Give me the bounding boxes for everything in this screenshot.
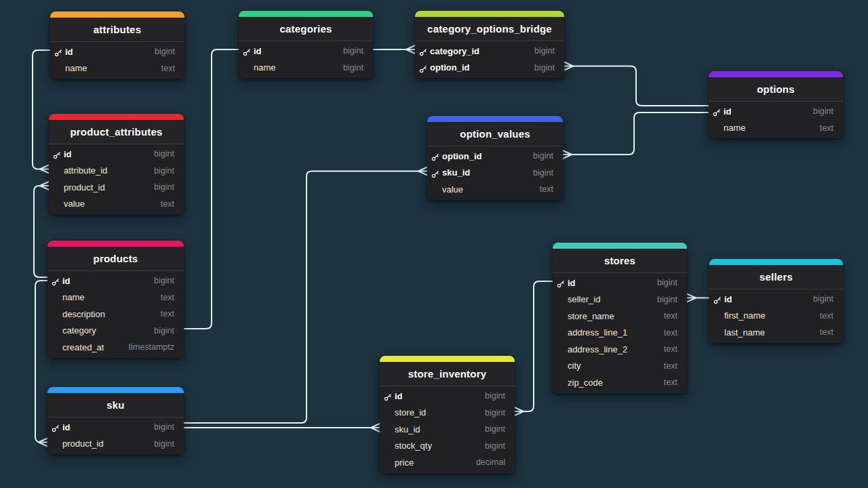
field-name: price: [395, 458, 414, 468]
relationship-line[interactable]: [564, 66, 709, 106]
field-row[interactable]: idbigint: [709, 103, 843, 120]
field-row[interactable]: idbigint: [709, 291, 843, 308]
field-row[interactable]: pricedecimal: [380, 454, 515, 471]
field-row[interactable]: nametext: [50, 60, 184, 77]
table-stores[interactable]: storesidbigintseller_idbigintstore_namet…: [553, 243, 687, 393]
table-accent-bar: [47, 241, 184, 247]
field-row[interactable]: idbigint: [47, 272, 184, 289]
field-row[interactable]: descriptiontext: [47, 306, 184, 323]
field-type: bigint: [525, 63, 555, 73]
field-name: id: [724, 106, 732, 117]
table-attributes[interactable]: attributesidbigintnametext: [50, 12, 184, 79]
field-row[interactable]: categorybigint: [47, 323, 184, 340]
field-name: address_line_1: [568, 327, 627, 338]
relationship-line[interactable]: [515, 281, 553, 411]
field-name: name: [254, 62, 276, 73]
field-name: product_id: [64, 182, 105, 192]
field-name: seller_id: [568, 294, 600, 304]
table-option_values[interactable]: option_valuesoption_idbigintsku_idbigint…: [427, 116, 563, 200]
field-name: value: [64, 199, 85, 209]
table-title: stores: [604, 255, 635, 266]
field-row[interactable]: idbigint: [239, 43, 373, 60]
field-row[interactable]: stock_qtybigint: [380, 438, 515, 455]
field-type: bigint: [144, 326, 174, 336]
field-row[interactable]: attribute_idbigint: [49, 163, 184, 180]
field-name: stock_qty: [395, 441, 432, 451]
field-name: id: [65, 47, 73, 57]
field-row[interactable]: idbigint: [50, 43, 184, 60]
field-row[interactable]: store_nametext: [553, 308, 687, 325]
field-name: id: [254, 46, 262, 56]
field-row[interactable]: idbigint: [47, 419, 184, 436]
field-row[interactable]: nametext: [47, 289, 184, 306]
field-row[interactable]: store_idbigint: [380, 405, 515, 422]
field-name: attribute_id: [64, 165, 107, 176]
table-options[interactable]: optionsidbigintnametext: [709, 71, 843, 138]
table-header: stores: [553, 249, 687, 273]
primary-key-icon: [431, 169, 439, 177]
field-row[interactable]: citytext: [553, 358, 687, 375]
table-header: sellers: [709, 265, 843, 289]
relationship-line[interactable]: [563, 113, 709, 155]
field-name: description: [62, 309, 105, 319]
table-header: category_options_bridge: [415, 17, 564, 41]
field-row[interactable]: address_line_2text: [553, 341, 687, 358]
relationship-line[interactable]: [34, 186, 49, 277]
field-list: category_idbigintoption_idbigint: [415, 41, 564, 78]
field-row[interactable]: first_nametext: [709, 308, 843, 325]
field-row[interactable]: zip_codetext: [553, 374, 687, 391]
field-row[interactable]: option_idbigint: [427, 148, 563, 165]
field-name: last_name: [724, 327, 765, 338]
field-row[interactable]: seller_idbigint: [553, 291, 687, 308]
relationship-line[interactable]: [35, 281, 47, 443]
field-row[interactable]: created_attimestamptz: [47, 339, 184, 356]
field-name: first_name: [724, 310, 766, 321]
table-title: attributes: [94, 24, 141, 35]
field-row[interactable]: product_idbigint: [47, 436, 184, 453]
field-type: text: [530, 184, 553, 194]
table-accent-bar: [50, 12, 184, 18]
table-header: option_values: [427, 122, 563, 146]
field-row[interactable]: address_line_1text: [553, 325, 687, 342]
field-name: id: [62, 276, 71, 286]
primary-key-icon: [52, 423, 60, 431]
field-row[interactable]: idbigint: [553, 274, 687, 291]
field-row[interactable]: valuetext: [427, 181, 563, 198]
primary-key-icon: [713, 107, 721, 115]
field-type: bigint: [334, 46, 363, 56]
field-row[interactable]: category_idbigint: [415, 43, 564, 60]
table-header: store_inventory: [380, 362, 515, 386]
field-row[interactable]: option_idbigint: [415, 60, 564, 77]
table-header: categories: [239, 17, 373, 41]
field-row[interactable]: namebigint: [239, 60, 373, 77]
primary-key-icon: [52, 277, 60, 285]
relationship-line[interactable]: [33, 50, 50, 169]
field-row[interactable]: idbigint: [380, 388, 515, 405]
field-type: text: [654, 378, 677, 387]
field-name: name: [724, 123, 746, 133]
table-product_attributes[interactable]: product_attributesidbigintattribute_idbi…: [49, 114, 184, 214]
er-diagram-canvas[interactable]: attributesidbigintnametextcategoriesidbi…: [0, 0, 868, 488]
table-sku[interactable]: skuidbigintproduct_idbigint: [47, 387, 184, 454]
field-row[interactable]: nametext: [709, 120, 843, 137]
field-row[interactable]: product_idbigint: [49, 179, 184, 196]
table-store_inventory[interactable]: store_inventoryidbigintstore_idbigintsku…: [380, 356, 515, 473]
primary-key-icon: [431, 152, 439, 160]
field-row[interactable]: last_nametext: [709, 324, 843, 341]
field-name: id: [724, 294, 732, 304]
field-name: value: [442, 184, 463, 195]
table-products[interactable]: productsidbigintnametextdescriptiontextc…: [47, 241, 184, 358]
table-sellers[interactable]: sellersidbigintfirst_nametextlast_namete…: [709, 259, 843, 343]
field-row[interactable]: sku_idbigint: [427, 165, 563, 182]
table-categories[interactable]: categoriesidbigintnamebigint: [239, 11, 373, 78]
table-category_options_bridge[interactable]: category_options_bridgecategory_idbigint…: [415, 11, 564, 78]
field-row[interactable]: idbigint: [49, 146, 184, 163]
field-type: text: [654, 344, 677, 354]
field-row[interactable]: sku_idbigint: [380, 421, 515, 438]
field-name: category: [62, 325, 96, 336]
table-header: products: [47, 247, 184, 271]
relationship-line[interactable]: [184, 49, 239, 329]
field-name: id: [568, 278, 576, 288]
field-name: name: [65, 63, 87, 73]
field-row[interactable]: valuetext: [49, 196, 184, 213]
